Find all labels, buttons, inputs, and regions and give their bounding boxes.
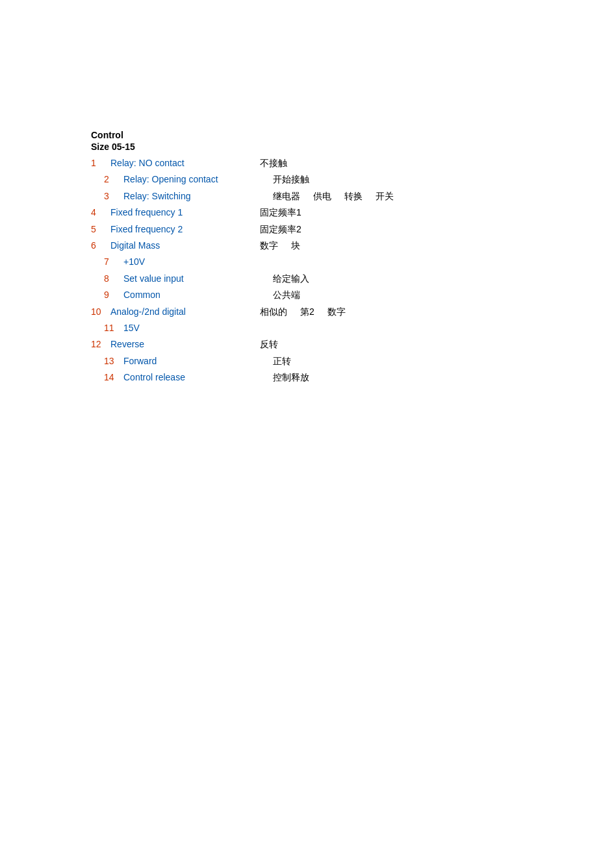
list-item: 8Set value input给定输入 xyxy=(91,271,614,286)
list-item: 13Forward正转 xyxy=(91,354,614,368)
item-label: Control release xyxy=(123,370,253,384)
item-chinese: 控制释放 xyxy=(273,370,309,384)
list-item: 2Relay: Opening contact开始接触 xyxy=(91,172,614,186)
list-item: 12Reverse反转 xyxy=(91,337,614,351)
item-number: 3 xyxy=(91,189,123,203)
item-chinese: 继电器供电转换开关 xyxy=(273,189,394,203)
item-label: Analog-/2nd digital xyxy=(110,304,240,319)
list-item: 9Common公共端 xyxy=(91,288,614,302)
item-number: 14 xyxy=(91,370,123,384)
item-chinese: 相似的第2数字 xyxy=(260,304,346,319)
item-label: +10V xyxy=(123,254,253,269)
size-label: Size 05-15 xyxy=(91,142,614,152)
item-number: 13 xyxy=(91,354,123,368)
list-item: 14Control release控制释放 xyxy=(91,370,614,384)
item-number: 5 xyxy=(91,222,110,236)
item-chinese: 给定输入 xyxy=(273,271,309,286)
item-label: Reverse xyxy=(110,337,240,351)
item-label: Relay: Switching xyxy=(123,189,253,203)
item-number: 12 xyxy=(91,337,110,351)
item-chinese: 正转 xyxy=(273,354,291,368)
list-item: 6Digital Mass数字块 xyxy=(91,238,614,253)
item-label: Relay: NO contact xyxy=(110,156,240,170)
item-label: Forward xyxy=(123,354,253,368)
item-chinese: 开始接触 xyxy=(273,172,309,186)
list-item: 3Relay: Switching继电器供电转换开关 xyxy=(91,189,614,203)
item-number: 1 xyxy=(91,156,110,170)
item-label: Relay: Opening contact xyxy=(123,172,253,186)
item-label: Fixed frequency 2 xyxy=(110,222,240,236)
item-number: 11 xyxy=(91,321,123,335)
list-item: 1Relay: NO contact不接触 xyxy=(91,156,614,170)
section-title: Control xyxy=(91,130,614,140)
item-label: 15V xyxy=(123,321,253,335)
item-number: 9 xyxy=(91,288,123,302)
item-chinese: 反转 xyxy=(260,337,278,351)
items-container: 1Relay: NO contact不接触2Relay: Opening con… xyxy=(91,156,614,384)
list-item: 1115V xyxy=(91,321,614,335)
item-label: Common xyxy=(123,288,253,302)
item-number: 2 xyxy=(91,172,123,186)
item-number: 10 xyxy=(91,304,110,319)
item-number: 7 xyxy=(91,254,123,269)
item-number: 6 xyxy=(91,238,110,253)
item-chinese: 不接触 xyxy=(260,156,287,170)
item-label: Fixed frequency 1 xyxy=(110,205,240,219)
page-content: Control Size 05-15 1Relay: NO contact不接触… xyxy=(0,0,614,384)
item-number: 4 xyxy=(91,205,110,219)
item-chinese: 固定频率1 xyxy=(260,205,301,219)
item-chinese: 固定频率2 xyxy=(260,222,301,236)
item-number: 8 xyxy=(91,271,123,286)
item-label: Digital Mass xyxy=(110,238,240,253)
item-chinese: 数字块 xyxy=(260,238,300,253)
list-item: 10Analog-/2nd digital相似的第2数字 xyxy=(91,304,614,319)
list-item: 4Fixed frequency 1固定频率1 xyxy=(91,205,614,219)
item-label: Set value input xyxy=(123,271,253,286)
list-item: 5Fixed frequency 2固定频率2 xyxy=(91,222,614,236)
item-chinese: 公共端 xyxy=(273,288,300,302)
list-item: 7+10V xyxy=(91,254,614,269)
